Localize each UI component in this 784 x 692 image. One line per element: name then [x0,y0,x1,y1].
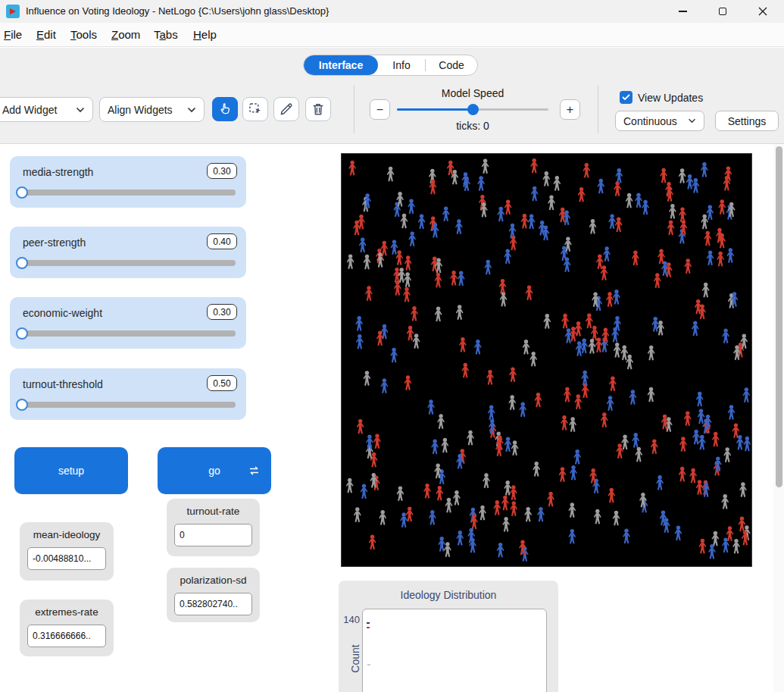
align-widgets-dropdown[interactable]: Align Widgets [99,97,205,122]
settings-label: Settings [728,115,767,127]
monitor-extremes-rate: extremes-rate 0.316666666.. [20,600,114,656]
monitor-turnout-rate: turnout-rate 0 [167,499,260,556]
menu-tabs[interactable]: Tabs [154,23,178,47]
menu-edit[interactable]: Edit [36,23,56,47]
world-view-agents [342,154,751,566]
hand-pointer-icon [217,102,233,117]
window-title: Influence on Voting Ideology - NetLogo {… [26,0,329,23]
vertical-scrollbar[interactable] [773,144,784,692]
toolbar-divider [598,85,598,133]
slider-label: peer-strength [23,236,86,249]
update-mode-value: Continuous [623,115,677,127]
minimize-button[interactable] [665,0,700,23]
slider-label: economic-weight [23,307,102,319]
plus-icon: + [567,103,573,117]
forever-loop-icon [248,465,261,477]
chevron-down-icon [187,107,196,113]
main-tabs: Interface Info Code [303,55,478,76]
maximize-icon [719,8,726,15]
speed-slider-thumb[interactable] [467,104,479,115]
slider-thumb[interactable] [16,186,28,199]
slider-track[interactable] [20,260,236,266]
tab-interface[interactable]: Interface [304,55,378,75]
menu-file[interactable]: File [4,23,22,47]
monitor-polarization-sd: polarization-sd 0.582802740.. [167,568,260,622]
netlogo-app-icon [6,5,20,18]
add-widget-dropdown[interactable]: Add Widget [0,97,93,122]
slider-thumb[interactable] [16,257,28,269]
setup-button[interactable]: setup [14,447,128,494]
close-icon [758,7,767,16]
speed-decrease-button[interactable]: − [370,99,390,120]
check-icon [622,94,630,101]
plot-pen-mark [367,622,370,624]
delete-tool-button[interactable] [305,97,331,121]
monitor-value: 0 [174,524,252,546]
view-updates-checkbox[interactable] [620,91,633,104]
plot-ymax-tick: 140 [340,614,360,625]
close-button[interactable] [745,0,780,23]
title-bar: Influence on Voting Ideology - NetLogo {… [0,0,784,23]
settings-button[interactable]: Settings [715,111,779,131]
slider-media-strength: media-strength 0.30 [10,156,246,208]
slider-thumb[interactable] [16,327,28,340]
plot-pen-mark [367,664,370,665]
slider-track[interactable] [20,189,236,196]
marquee-select-tool-button[interactable] [242,97,268,121]
minus-icon: − [376,103,383,117]
marquee-select-icon [248,102,263,117]
go-button[interactable]: go [158,447,271,494]
slider-peer-strength: peer-strength 0.40 [10,227,246,278]
slider-value: 0.50 [207,375,237,391]
maximize-button[interactable] [705,0,740,23]
edit-tool-button[interactable] [273,97,299,121]
menu-zoom[interactable]: Zoom [111,23,140,47]
plot-pen-mark [367,627,370,628]
minimize-icon [679,11,687,11]
align-widgets-label: Align Widgets [108,104,173,116]
menu-tools[interactable]: Tools [70,23,97,47]
scrollbar-thumb[interactable] [776,146,782,487]
add-widget-label: Add Widget [2,104,57,116]
slider-value: 0.40 [207,233,237,249]
go-button-label: go [208,465,220,477]
slider-value: 0.30 [207,304,237,320]
plot-ideology-distribution[interactable]: Ideology Distribution 140 Count [339,581,558,692]
chevron-down-icon [76,107,85,113]
select-tool-button[interactable] [212,97,238,121]
pencil-icon [279,102,294,117]
slider-economic-weight: economic-weight 0.30 [10,297,246,349]
update-mode-dropdown[interactable]: Continuous [615,111,704,131]
ticks-counter: ticks: 0 [397,120,548,132]
slider-turnout-threshold: turnout-threshold 0.50 [10,368,246,420]
slider-thumb[interactable] [16,399,28,411]
slider-track[interactable] [20,402,236,408]
monitor-value: 0.582802740.. [174,593,252,615]
model-speed-label: Model Speed [397,87,548,99]
toolbar-divider [354,85,355,133]
monitor-label: mean-ideology [20,529,114,540]
menu-bar: File Edit Tools Zoom Tabs Help [0,23,784,47]
netlogo-arrow-icon [8,7,17,16]
world-view[interactable] [341,153,752,567]
slider-label: media-strength [23,166,93,178]
monitor-label: polarization-sd [167,575,260,586]
monitor-value: 0.316666666.. [27,625,106,647]
plot-area [362,609,547,692]
slider-track[interactable] [20,330,236,337]
plot-title: Ideology Distribution [339,589,558,601]
model-speed-slider[interactable] [397,108,548,111]
setup-button-label: setup [58,465,84,477]
netlogo-window: Influence on Voting Ideology - NetLogo {… [0,0,784,692]
view-updates-control[interactable]: View Updates [620,91,703,104]
slider-value: 0.30 [207,163,237,179]
speed-slider-fill [397,108,473,111]
trash-icon [311,102,326,117]
menu-help[interactable]: Help [193,23,217,47]
plot-ylabel: Count [349,644,361,672]
monitor-label: extremes-rate [20,606,114,618]
speed-increase-button[interactable]: + [560,99,580,120]
tab-code[interactable]: Code [426,55,477,75]
monitor-label: turnout-rate [167,506,260,517]
tab-info[interactable]: Info [378,55,425,75]
